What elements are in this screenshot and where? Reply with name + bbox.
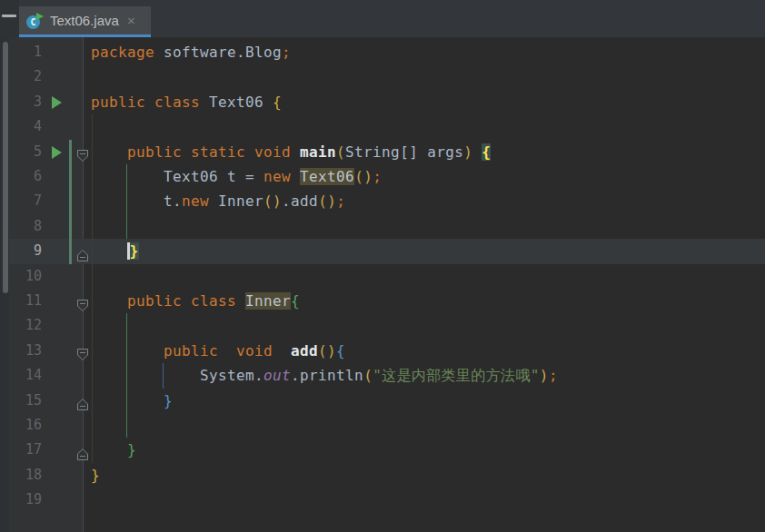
line-number: 9 bbox=[9, 239, 42, 263]
code-token: out bbox=[263, 367, 291, 384]
line-number: 2 bbox=[9, 64, 42, 89]
line-number: 17 bbox=[9, 438, 42, 462]
gutter-row[interactable]: 2 bbox=[9, 64, 84, 89]
gutter-row[interactable]: 3 bbox=[9, 90, 84, 114]
code-token: .println bbox=[291, 367, 363, 384]
code-line[interactable]: Text06 t = new Text06(); bbox=[84, 164, 765, 189]
code-token: Text06 t = bbox=[164, 168, 263, 185]
line-number: 12 bbox=[9, 313, 42, 338]
code-token bbox=[91, 392, 164, 409]
code-token: } bbox=[91, 467, 100, 484]
code-line[interactable]: package software.Blog; bbox=[84, 40, 765, 64]
code-line[interactable] bbox=[84, 64, 765, 89]
code-token: ) bbox=[540, 367, 549, 384]
code-token: } bbox=[127, 441, 136, 458]
code-token: ; bbox=[373, 168, 382, 185]
gutter-row[interactable]: 1 bbox=[9, 40, 84, 64]
code-token: ( bbox=[336, 143, 345, 161]
code-token: Inner bbox=[209, 192, 263, 210]
gutter-row[interactable]: 18 bbox=[9, 463, 84, 488]
code-token: ; bbox=[549, 367, 558, 384]
code-token: public class bbox=[91, 94, 200, 111]
run-button-icon[interactable] bbox=[52, 96, 62, 109]
code-line[interactable]: public static void main(String[] args) { bbox=[84, 140, 765, 164]
code-line[interactable]: public void add(){ bbox=[84, 339, 765, 363]
line-number: 3 bbox=[9, 90, 42, 114]
code-line[interactable]: } bbox=[84, 438, 765, 462]
code-token: public static void bbox=[127, 143, 300, 161]
code-token bbox=[91, 342, 164, 360]
gutter-row[interactable]: 14 bbox=[9, 363, 84, 388]
code-token: ; bbox=[336, 192, 345, 210]
code-token: new bbox=[182, 192, 209, 210]
gutter-row[interactable]: 15 bbox=[9, 389, 84, 413]
code-token bbox=[91, 441, 127, 458]
gutter-row[interactable]: 19 bbox=[9, 488, 84, 512]
line-number: 8 bbox=[9, 214, 42, 239]
code-token: main bbox=[300, 143, 336, 161]
code-token bbox=[291, 168, 300, 185]
code-token bbox=[91, 143, 127, 161]
tab-text06-java[interactable]: C Text06.java × bbox=[19, 6, 151, 34]
code-token: t. bbox=[164, 192, 182, 210]
gutter-row[interactable]: 6 bbox=[9, 164, 84, 189]
code-token: () bbox=[318, 192, 336, 210]
gutter-row[interactable]: 13 bbox=[9, 339, 84, 363]
gutter-row[interactable]: 17 bbox=[9, 438, 84, 462]
code-token: { bbox=[273, 94, 282, 111]
code-line[interactable]: } bbox=[84, 463, 765, 488]
tab-close-icon[interactable]: × bbox=[127, 14, 135, 27]
line-number: 15 bbox=[9, 389, 42, 413]
line-number: 7 bbox=[9, 189, 42, 213]
gutter-row[interactable]: 10 bbox=[9, 264, 84, 289]
gutter-row[interactable]: 5 bbox=[9, 140, 84, 164]
code-line[interactable]: t.new Inner().add(); bbox=[84, 189, 765, 213]
code-token bbox=[91, 242, 127, 260]
code-token: { bbox=[336, 342, 345, 360]
code-line[interactable] bbox=[84, 264, 765, 289]
line-number: 6 bbox=[9, 164, 42, 189]
code-token: ; bbox=[282, 44, 291, 61]
collapsed-menu-dash-icon[interactable] bbox=[2, 15, 16, 17]
code-token bbox=[472, 143, 482, 161]
code-token: { bbox=[291, 292, 300, 310]
code-token: ( bbox=[363, 367, 373, 384]
code-token: "这是内部类里的方法哦" bbox=[373, 367, 540, 384]
line-number: 14 bbox=[9, 363, 42, 388]
gutter-row[interactable]: 16 bbox=[9, 413, 84, 438]
gutter-row[interactable]: 12 bbox=[9, 313, 84, 338]
code-line[interactable]: } bbox=[84, 239, 765, 263]
line-number: 13 bbox=[9, 339, 42, 363]
line-number: 16 bbox=[9, 413, 42, 438]
tab-title: Text06.java bbox=[50, 13, 119, 28]
run-overlay-icon bbox=[36, 13, 44, 20]
code-token: () bbox=[263, 192, 282, 210]
line-number: 11 bbox=[9, 289, 42, 313]
code-line[interactable]: public class Inner{ bbox=[84, 289, 765, 313]
left-scrollbar-thumb[interactable] bbox=[3, 42, 8, 293]
line-number: 18 bbox=[9, 463, 42, 488]
run-button-icon[interactable] bbox=[52, 146, 62, 159]
gutter-row[interactable]: 8 bbox=[9, 214, 84, 239]
code-line[interactable] bbox=[84, 214, 765, 239]
code-token: () bbox=[318, 342, 336, 360]
gutter-row[interactable]: 11 bbox=[9, 289, 84, 313]
code-token: String[] args bbox=[345, 143, 463, 161]
code-line[interactable] bbox=[84, 114, 765, 139]
code-token: public class bbox=[127, 292, 245, 310]
code-token: } bbox=[164, 392, 173, 409]
gutter-row[interactable]: 7 bbox=[9, 189, 84, 213]
line-number: 10 bbox=[9, 264, 42, 289]
editor-tab-bar: C Text06.java × bbox=[0, 0, 765, 37]
code-line[interactable] bbox=[84, 313, 765, 338]
code-line[interactable] bbox=[84, 413, 765, 438]
code-line[interactable]: public class Text06 { bbox=[84, 90, 765, 114]
code-token: ) bbox=[463, 143, 472, 161]
code-line[interactable]: System.out.println("这是内部类里的方法哦"); bbox=[84, 363, 765, 388]
code-token: { bbox=[482, 143, 491, 161]
gutter-row[interactable]: 4 bbox=[9, 114, 84, 139]
gutter-row[interactable]: 9 bbox=[9, 239, 84, 263]
code-token: add bbox=[291, 342, 318, 360]
code-line[interactable] bbox=[84, 488, 765, 512]
code-line[interactable]: } bbox=[84, 389, 765, 413]
